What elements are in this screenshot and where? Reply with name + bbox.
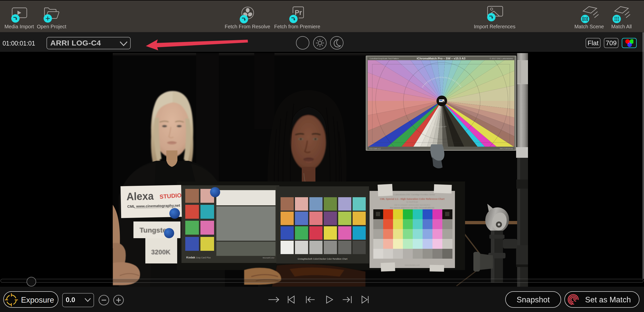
svg-text:For camera alignment use DSC C: For camera alignment use DSC ChromaDuMon… bbox=[390, 207, 434, 209]
svg-text:MunsellColor: MunsellColor bbox=[263, 257, 274, 259]
svg-text:DSC Laboratories DSC CamAlign: DSC Laboratories DSC CamAlign FrontBox S… bbox=[389, 193, 435, 196]
svg-text:Pr: Pr bbox=[295, 9, 302, 16]
svg-text:09/17/2018 A3: 09/17/2018 A3 bbox=[500, 147, 513, 150]
svg-text:Kodak Gray Card Plus: Kodak Gray Card Plus bbox=[186, 256, 211, 259]
svg-text:Alexa: Alexa bbox=[126, 190, 154, 203]
svg-text:iChromaMatch Pro – SW – v15.5: iChromaMatch Pro – SW – v15.5 A3 bbox=[417, 57, 466, 60]
svg-text:by Geoff Boyle: by Geoff Boyle bbox=[406, 201, 418, 203]
svg-text:V15 Gain v.2: V15 Gain v.2 bbox=[369, 147, 381, 150]
svg-text:ColorBar/GrayScale Test Patter: ColorBar/GrayScale Test Pattern bbox=[370, 57, 399, 60]
svg-text:www.dsclabs.com: www.dsclabs.com bbox=[404, 264, 420, 266]
svg-text:© 2017 DSC Laboratories: © 2017 DSC Laboratories bbox=[490, 57, 513, 60]
svg-text:Use to compare camera color re: Use to compare camera color reproduction bbox=[394, 204, 430, 206]
svg-text:3200K: 3200K bbox=[151, 248, 171, 256]
svg-text:CML Special 1:1 - High Saturat: CML Special 1:1 - High Saturation Color … bbox=[380, 197, 445, 200]
svg-text:GretagMacbeth ColorChecker: GretagMacbeth ColorChecker Color Renditi… bbox=[297, 258, 348, 260]
